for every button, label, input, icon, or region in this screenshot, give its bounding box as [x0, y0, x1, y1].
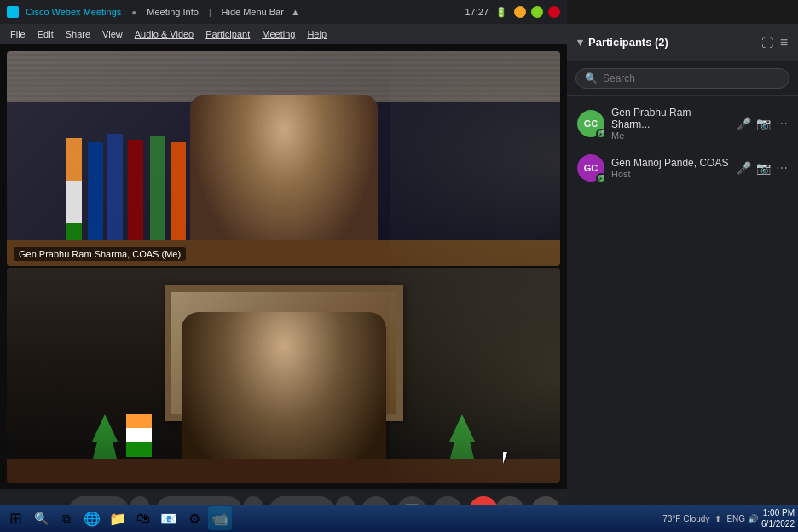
settings-icon[interactable]: ⚙ — [182, 506, 206, 530]
taskbar-left: ⊞ 🔍 ⧉ 🌐 📁 🛍 📧 ⚙ 📹 — [3, 506, 232, 530]
panel-close-button[interactable]: ≡ — [780, 35, 788, 50]
participant-role: Me — [611, 130, 730, 141]
webex-taskbar-icon[interactable]: 📹 — [208, 506, 232, 530]
app-name: Cisco Webex Meetings — [26, 7, 121, 17]
panel-title: ▾ Participants (2) — [577, 36, 668, 49]
menu-view[interactable]: View — [97, 27, 128, 41]
minimize-button[interactable] — [514, 6, 526, 18]
battery-icon: 🔋 — [495, 7, 507, 18]
title-bar-right: 17:27 🔋 — [465, 6, 560, 18]
weather-display: 73°F Cloudy — [662, 514, 709, 523]
start-button[interactable]: ⊞ — [3, 506, 27, 530]
panel-header: ▾ Participants (2) ⛶ ≡ — [567, 24, 798, 61]
participant-name: Gen Prabhu Ram Sharm... — [611, 107, 730, 130]
mail-icon[interactable]: 📧 — [157, 506, 181, 530]
participants-title: Participants (2) — [588, 36, 668, 49]
edge-icon[interactable]: 🌐 — [80, 506, 104, 530]
meeting-info-link[interactable]: Meeting Info — [147, 7, 199, 17]
search-taskbar-button[interactable]: 🔍 — [29, 506, 53, 530]
avatar: GC 🎤 — [577, 154, 604, 182]
participant-audio-button[interactable]: 🎤 — [737, 117, 751, 130]
panel-actions: ⛶ ≡ — [761, 35, 788, 50]
participant-audio-button[interactable]: 🎤 — [737, 161, 751, 175]
maximize-button[interactable] — [531, 6, 543, 18]
language-display: ENG — [726, 514, 745, 523]
title-bar-left: Cisco Webex Meetings ● Meeting Info | Hi… — [7, 6, 300, 18]
chevron-icon: ▲ — [291, 7, 300, 17]
menu-participant[interactable]: Participant — [200, 27, 255, 41]
glow-effect-bottom — [390, 268, 560, 483]
avatar-initials: GC — [584, 163, 598, 173]
avatar: GC 🎤 — [577, 110, 604, 137]
search-bar-container: 🔍 — [567, 61, 798, 96]
file-explorer-icon[interactable]: 📁 — [106, 506, 130, 530]
taskbar-right: 73°F Cloudy ⬆ ENG 🔊 1:00 PM 6/1/2022 — [662, 507, 795, 529]
search-input-wrapper: 🔍 — [575, 68, 789, 89]
avatar-initials: GC — [584, 119, 598, 129]
system-tray: 73°F Cloudy ⬆ ENG 🔊 — [662, 514, 758, 523]
participant-more-button[interactable]: ⋯ — [776, 161, 788, 175]
participant-item[interactable]: GC 🎤 Gen Manoj Pande, COAS Host 🎤 📷 ⋯ — [567, 147, 798, 188]
taskbar-time: 1:00 PM — [761, 507, 795, 518]
menu-meeting[interactable]: Meeting — [257, 27, 300, 41]
taskbar: ⊞ 🔍 ⧉ 🌐 📁 🛍 📧 ⚙ 📹 73°F Cloudy ⬆ ENG 🔊 1:… — [0, 505, 798, 532]
volume-icon: 🔊 — [748, 514, 758, 523]
participant-controls: 🎤 📷 ⋯ — [737, 117, 788, 130]
participant-info: Gen Manoj Pande, COAS Host — [611, 157, 730, 179]
task-view-button[interactable]: ⧉ — [55, 506, 78, 530]
participant-name: Gen Manoj Pande, COAS — [611, 157, 730, 169]
flags-background — [7, 51, 560, 266]
menu-help[interactable]: Help — [302, 27, 332, 41]
video-top-label: Gen Prabhu Ram Sharma, COAS (Me) — [14, 247, 186, 261]
participant-video-button[interactable]: 📷 — [756, 161, 771, 175]
panel-expand-button[interactable]: ⛶ — [761, 35, 773, 50]
menu-file[interactable]: File — [5, 27, 31, 41]
participant-video-button[interactable]: 📷 — [756, 117, 771, 130]
store-icon[interactable]: 🛍 — [131, 506, 155, 530]
menu-bar: File Edit Share View Audio & Video Parti… — [0, 24, 567, 44]
chevron-down-icon: ▾ — [577, 36, 583, 49]
participant-more-button[interactable]: ⋯ — [776, 117, 788, 130]
close-button[interactable] — [548, 6, 560, 18]
audio-indicator: 🎤 — [596, 129, 606, 139]
hide-menu-bar-button[interactable]: Hide Menu Bar — [222, 7, 284, 17]
participant-controls: 🎤 📷 ⋯ — [737, 161, 788, 175]
main-video-area: Gen Prabhu Ram Sharma, COAS (Me) Militar… — [0, 44, 567, 489]
search-input[interactable] — [603, 72, 780, 84]
window-controls — [514, 6, 560, 18]
menu-edit[interactable]: Edit — [32, 27, 59, 41]
menu-share[interactable]: Share — [61, 27, 95, 41]
taskbar-date: 6/1/2022 — [761, 518, 795, 529]
video-panel-bottom: Military Group Portrait — [7, 268, 560, 483]
clock-display: 17:27 — [465, 7, 489, 17]
menu-audio-video[interactable]: Audio & Video — [130, 27, 200, 41]
video-panel-top: Gen Prabhu Ram Sharma, COAS (Me) — [7, 51, 560, 266]
participants-list: GC 🎤 Gen Prabhu Ram Sharm... Me 🎤 📷 ⋯ GC… — [567, 96, 798, 532]
participant-info: Gen Prabhu Ram Sharm... Me — [611, 107, 730, 141]
cisco-logo-icon — [7, 6, 19, 18]
audio-indicator: 🎤 — [596, 173, 606, 183]
participants-panel: ▾ Participants (2) ⛶ ≡ 🔍 GC 🎤 Gen Prabhu… — [567, 24, 798, 532]
taskbar-clock[interactable]: 1:00 PM 6/1/2022 — [761, 507, 795, 529]
participant-role: Host — [611, 169, 730, 179]
search-icon: 🔍 — [585, 72, 598, 84]
participant-item[interactable]: GC 🎤 Gen Prabhu Ram Sharm... Me 🎤 📷 ⋯ — [567, 100, 798, 147]
title-bar: Cisco Webex Meetings ● Meeting Info | Hi… — [0, 0, 567, 24]
